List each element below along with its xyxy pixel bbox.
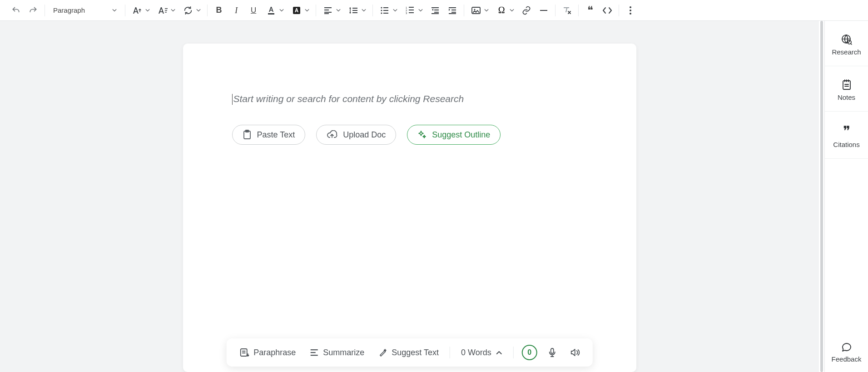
chevron-down-icon xyxy=(484,9,489,12)
citations-panel-button[interactable]: ❞ Citations xyxy=(825,112,868,159)
dictate-button[interactable] xyxy=(546,346,559,359)
font-family-select[interactable] xyxy=(154,3,178,18)
svg-rect-10 xyxy=(352,10,357,11)
kebab-menu-icon xyxy=(629,6,632,15)
svg-rect-28 xyxy=(449,7,456,8)
bold-icon: B xyxy=(216,5,222,15)
italic-button[interactable]: I xyxy=(228,3,244,18)
case-change-icon xyxy=(182,3,194,18)
research-panel-button[interactable]: Research xyxy=(825,21,868,66)
clipboard-icon xyxy=(243,130,252,140)
svg-rect-6 xyxy=(324,10,329,10)
chevron-down-icon xyxy=(171,9,175,12)
scrollbar-thumb[interactable] xyxy=(820,21,823,372)
floatbar-separator xyxy=(513,347,514,358)
svg-rect-31 xyxy=(449,13,456,14)
svg-rect-25 xyxy=(434,10,439,10)
svg-point-33 xyxy=(474,9,475,10)
suggest-outline-label: Suggest Outline xyxy=(432,130,490,140)
font-size-select[interactable] xyxy=(129,3,153,18)
chat-bubble-icon xyxy=(841,343,852,352)
more-options-button[interactable] xyxy=(623,3,638,18)
svg-rect-30 xyxy=(451,12,456,13)
redo-button[interactable] xyxy=(25,3,41,18)
feedback-button[interactable]: Feedback xyxy=(825,330,868,372)
svg-point-36 xyxy=(630,10,631,11)
align-left-icon xyxy=(322,3,334,18)
word-count-toggle[interactable]: 0 Words xyxy=(458,346,505,359)
svg-rect-22 xyxy=(409,10,414,10)
canvas-region: Start writing or search for content by c… xyxy=(0,21,819,372)
paste-text-chip[interactable]: Paste Text xyxy=(232,125,306,145)
score-badge[interactable]: 0 xyxy=(522,345,537,360)
chevron-down-icon xyxy=(305,9,309,12)
right-side-panel: Research Notes ❞ Citations Feedback xyxy=(824,21,868,372)
paraphrase-label: Paraphrase xyxy=(253,348,296,357)
quote-icon: ❝ xyxy=(587,5,593,16)
upload-doc-chip[interactable]: Upload Doc xyxy=(316,125,396,145)
svg-point-37 xyxy=(630,13,631,15)
font-family-icon xyxy=(156,3,169,18)
underline-button[interactable]: U xyxy=(246,3,261,18)
code-block-button[interactable] xyxy=(600,3,615,18)
font-color-select[interactable] xyxy=(263,3,287,18)
svg-rect-41 xyxy=(310,349,317,350)
svg-rect-11 xyxy=(352,12,357,13)
svg-rect-23 xyxy=(409,12,414,13)
svg-rect-5 xyxy=(324,7,332,8)
research-label: Research xyxy=(832,48,861,56)
chevron-down-icon xyxy=(196,9,201,12)
svg-rect-40 xyxy=(240,349,247,356)
editor-placeholder: Start writing or search for content by c… xyxy=(232,93,587,105)
svg-rect-43 xyxy=(310,355,317,356)
svg-rect-24 xyxy=(432,7,439,8)
indent-button[interactable] xyxy=(445,3,460,18)
indent-icon xyxy=(448,6,457,15)
magic-wand-icon xyxy=(378,348,387,357)
svg-rect-26 xyxy=(434,12,439,13)
outdent-button[interactable] xyxy=(427,3,443,18)
feedback-label: Feedback xyxy=(832,355,862,363)
case-change-select[interactable] xyxy=(180,3,203,18)
highlight-color-select[interactable] xyxy=(288,3,312,18)
insert-image-select[interactable] xyxy=(468,3,491,18)
suggest-text-label: Suggest Text xyxy=(392,348,439,357)
image-icon xyxy=(470,3,482,18)
insert-symbol-select[interactable]: Ω xyxy=(493,3,517,18)
canvas-scrollbar[interactable] xyxy=(819,21,824,372)
italic-icon: I xyxy=(235,5,238,15)
summarize-button[interactable]: Summarize xyxy=(307,346,367,359)
document-page[interactable]: Start writing or search for content by c… xyxy=(183,44,636,372)
chevron-down-icon xyxy=(112,9,117,12)
chevron-down-icon xyxy=(362,9,366,12)
editor-toolbar: Paragraph B I U xyxy=(0,0,868,21)
svg-point-14 xyxy=(381,12,382,14)
clear-formatting-button[interactable] xyxy=(559,3,575,18)
svg-rect-34 xyxy=(540,10,547,11)
speaker-icon xyxy=(570,348,580,357)
horizontal-rule-button[interactable] xyxy=(536,3,551,18)
notes-panel-button[interactable]: Notes xyxy=(825,66,868,112)
insert-link-button[interactable] xyxy=(519,3,534,18)
notes-icon xyxy=(841,79,852,91)
line-height-select[interactable] xyxy=(345,3,369,18)
block-format-select[interactable]: Paragraph xyxy=(49,3,121,18)
paraphrase-button[interactable]: Paraphrase xyxy=(236,346,298,359)
blockquote-button[interactable]: ❝ xyxy=(582,3,598,18)
bullet-list-icon xyxy=(378,3,391,18)
align-select[interactable] xyxy=(320,3,343,18)
read-aloud-button[interactable] xyxy=(567,346,583,359)
numbered-list-select[interactable]: 123 xyxy=(402,3,426,18)
bullet-list-select[interactable] xyxy=(377,3,400,18)
line-height-icon xyxy=(347,3,360,18)
undo-button[interactable] xyxy=(8,3,24,18)
suggest-text-button[interactable]: Suggest Text xyxy=(375,346,441,359)
floating-action-bar: Paraphrase Summarize Suggest Text 0 Word… xyxy=(226,338,593,367)
svg-rect-8 xyxy=(324,13,329,14)
globe-search-icon xyxy=(841,34,853,45)
suggest-outline-chip[interactable]: Suggest Outline xyxy=(407,125,501,145)
bold-button[interactable]: B xyxy=(211,3,227,18)
word-count-label: 0 Words xyxy=(461,348,491,357)
font-size-icon xyxy=(131,3,144,18)
svg-rect-29 xyxy=(451,10,456,10)
